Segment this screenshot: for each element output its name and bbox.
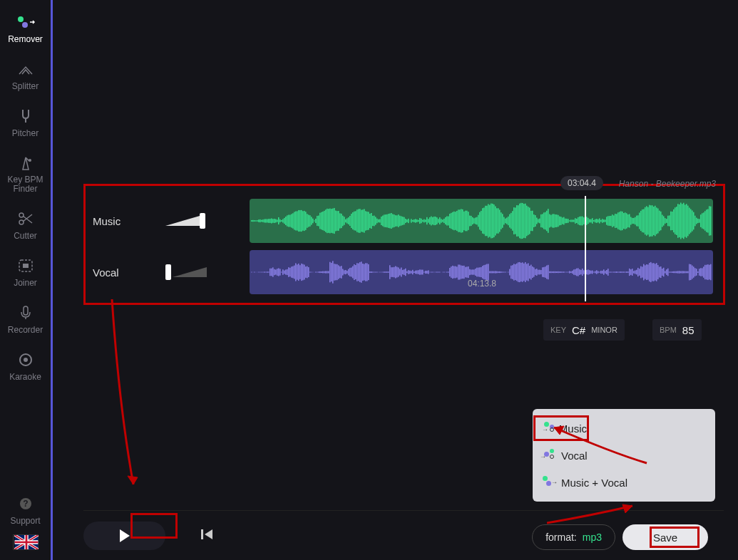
svg-rect-314 xyxy=(680,202,682,239)
vocal-volume-slider[interactable] xyxy=(165,261,247,283)
svg-rect-634 xyxy=(676,271,677,274)
svg-rect-303 xyxy=(665,218,666,224)
svg-rect-219 xyxy=(545,212,546,230)
svg-rect-92 xyxy=(364,209,365,232)
svg-rect-590 xyxy=(613,271,615,272)
svg-rect-359 xyxy=(284,271,285,274)
svg-rect-63 xyxy=(322,212,324,230)
splitter-icon xyxy=(17,60,34,78)
svg-rect-221 xyxy=(548,209,549,233)
svg-rect-127 xyxy=(414,219,415,222)
svg-rect-280 xyxy=(632,218,633,224)
svg-rect-613 xyxy=(646,264,647,280)
play-button[interactable] xyxy=(83,522,165,550)
svg-rect-104 xyxy=(381,217,382,225)
svg-rect-41 xyxy=(291,214,292,227)
svg-rect-364 xyxy=(291,266,292,278)
svg-rect-308 xyxy=(672,212,673,230)
sidebar: Remover Splitter Pitcher Key BPM Finder … xyxy=(0,0,53,560)
svg-rect-237 xyxy=(570,219,572,222)
sidebar-item-pitcher[interactable]: Pitcher xyxy=(0,100,51,147)
save-button[interactable]: Save xyxy=(622,524,708,550)
svg-rect-418 xyxy=(368,264,369,280)
sidebar-item-cutter[interactable]: Cutter xyxy=(0,202,51,249)
svg-rect-226 xyxy=(555,214,556,227)
playhead[interactable] xyxy=(585,196,586,301)
format-selector[interactable]: format: mp3 xyxy=(532,524,615,550)
svg-rect-511 xyxy=(501,271,502,273)
svg-rect-452 xyxy=(416,270,418,274)
svg-rect-500 xyxy=(485,265,486,280)
save-option-music-vocal[interactable]: → Music + Vocal xyxy=(533,469,715,496)
music-volume-slider[interactable] xyxy=(165,210,247,232)
svg-rect-225 xyxy=(553,214,555,227)
svg-rect-128 xyxy=(415,219,416,222)
save-option-vocal[interactable]: → Vocal xyxy=(533,442,715,469)
svg-rect-65 xyxy=(325,209,327,232)
sidebar-item-splitter[interactable]: Splitter xyxy=(0,53,51,100)
rewind-button[interactable] xyxy=(201,529,214,543)
filename-label: Hanson - Beekeeper.mp3 xyxy=(619,179,716,189)
svg-rect-315 xyxy=(682,204,683,237)
svg-rect-121 xyxy=(405,219,406,223)
svg-rect-129 xyxy=(416,219,418,222)
svg-rect-604 xyxy=(633,271,635,273)
svg-rect-201 xyxy=(519,204,521,239)
svg-rect-576 xyxy=(593,271,595,272)
svg-rect-440 xyxy=(399,269,401,275)
svg-rect-36 xyxy=(284,218,285,224)
sidebar-label: Cutter xyxy=(14,231,37,241)
svg-rect-443 xyxy=(404,269,405,275)
svg-rect-318 xyxy=(686,204,687,237)
svg-rect-110 xyxy=(389,214,391,229)
svg-rect-162 xyxy=(463,212,465,230)
svg-rect-143 xyxy=(436,217,438,224)
svg-rect-208 xyxy=(529,207,531,234)
svg-rect-35 xyxy=(282,219,284,223)
language-flag-uk[interactable] xyxy=(13,534,39,550)
svg-rect-251 xyxy=(590,219,592,223)
sidebar-item-key-bpm[interactable]: Key BPM Finder xyxy=(0,147,51,202)
svg-rect-250 xyxy=(589,219,590,223)
sidebar-item-remover[interactable]: Remover xyxy=(0,6,51,53)
svg-rect-405 xyxy=(349,268,351,276)
svg-rect-376 xyxy=(308,267,309,277)
format-label: format: xyxy=(545,532,577,543)
music-waveform[interactable] xyxy=(250,199,713,243)
svg-rect-574 xyxy=(590,271,592,274)
svg-rect-421 xyxy=(372,271,374,272)
sidebar-item-recorder[interactable]: Recorder xyxy=(0,296,51,343)
sidebar-item-support[interactable]: ? Support xyxy=(0,487,51,534)
svg-rect-306 xyxy=(669,215,670,226)
svg-rect-165 xyxy=(468,212,469,230)
vocal-option-icon: → xyxy=(543,449,555,462)
svg-rect-145 xyxy=(439,217,441,224)
svg-rect-294 xyxy=(652,205,653,237)
svg-rect-583 xyxy=(603,269,605,275)
svg-rect-362 xyxy=(288,267,289,277)
svg-rect-281 xyxy=(633,218,635,224)
svg-rect-580 xyxy=(599,271,600,272)
svg-rect-252 xyxy=(592,218,593,224)
svg-rect-115 xyxy=(396,215,398,226)
save-option-music[interactable]: → Music xyxy=(533,415,590,442)
svg-rect-512 xyxy=(502,271,503,272)
svg-rect-103 xyxy=(379,219,381,223)
svg-rect-406 xyxy=(351,268,352,277)
svg-rect-584 xyxy=(605,271,606,274)
svg-rect-305 xyxy=(667,216,669,227)
svg-rect-150 xyxy=(446,216,448,225)
svg-rect-393 xyxy=(332,261,334,283)
svg-rect-438 xyxy=(396,267,398,278)
svg-rect-497 xyxy=(481,267,482,277)
svg-rect-184 xyxy=(495,206,496,235)
sidebar-item-karaoke[interactable]: Karaoke xyxy=(0,343,51,390)
svg-rect-474 xyxy=(448,271,449,272)
svg-rect-331 xyxy=(704,211,706,230)
sidebar-item-joiner[interactable]: Joiner xyxy=(0,249,51,296)
svg-rect-72 xyxy=(335,211,337,232)
svg-rect-311 xyxy=(676,207,677,235)
svg-rect-157 xyxy=(456,211,458,231)
svg-rect-95 xyxy=(368,212,369,229)
svg-rect-260 xyxy=(603,219,605,222)
